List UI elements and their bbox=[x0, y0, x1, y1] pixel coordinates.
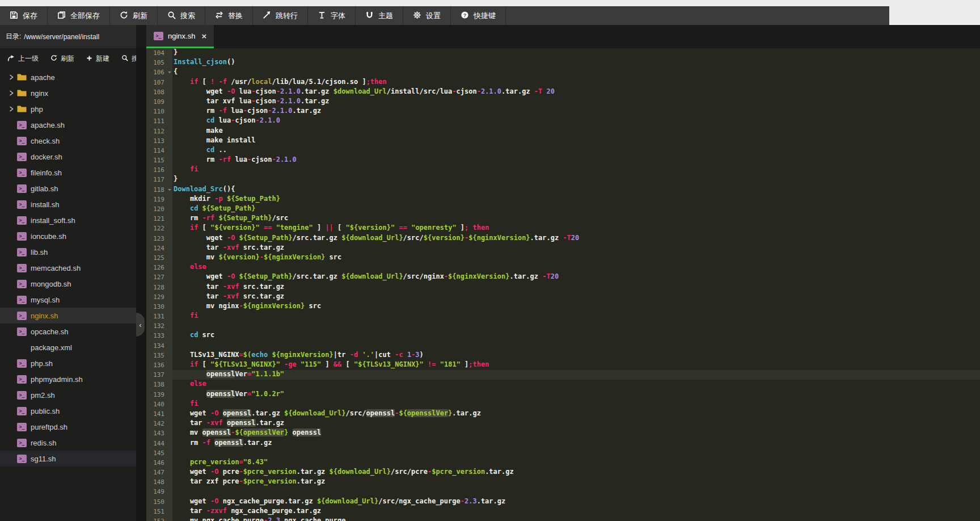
code-line-123[interactable]: 123 wget -O ${Setup_Path}/src.tar.gz ${d… bbox=[146, 234, 980, 243]
code-line-121[interactable]: 121 rm -rf ${Setup_Path}/src bbox=[146, 214, 980, 224]
line-number[interactable]: 105 bbox=[146, 58, 172, 68]
font-button[interactable]: 字体 bbox=[308, 6, 356, 25]
line-number[interactable]: 147 bbox=[146, 468, 172, 477]
line-number[interactable]: 106 bbox=[146, 68, 172, 77]
code-line-144[interactable]: 144 rm -f openssl.tar.gz bbox=[146, 439, 980, 448]
tree-item-opcache-sh[interactable]: >_opcache.sh bbox=[0, 323, 136, 339]
line-number[interactable]: 143 bbox=[146, 428, 172, 438]
new-file-button[interactable]: 新建 bbox=[86, 54, 109, 64]
code-line-130[interactable]: 130 mv nginx-${nginxVersion} src bbox=[146, 302, 980, 312]
tree-item-phpmyadmin-sh[interactable]: >_phpmyadmin.sh bbox=[0, 371, 136, 387]
search-button[interactable]: 搜索 bbox=[158, 6, 205, 25]
fold-arrow-icon[interactable] bbox=[168, 72, 171, 75]
code-line-107[interactable]: 107 if [ ! -f /usr/local/lib/lua/5.1/cjs… bbox=[146, 78, 980, 87]
code-line-128[interactable]: 128 tar -xvf src.tar.gz bbox=[146, 283, 980, 292]
line-number[interactable]: 118 bbox=[146, 185, 172, 195]
goto-line-button[interactable]: 跳转行 bbox=[253, 6, 308, 25]
line-number[interactable]: 148 bbox=[146, 477, 172, 487]
code-line-151[interactable]: 151 tar -zxvf ngx_cache_purge.tar.gz bbox=[146, 507, 980, 516]
code-line-124[interactable]: 124 tar -xvf src.tar.gz bbox=[146, 243, 980, 253]
code-line-140[interactable]: 140 fi bbox=[146, 400, 980, 409]
line-number[interactable]: 120 bbox=[146, 204, 172, 214]
tree-item-pureftpd-sh[interactable]: >_pureftpd.sh bbox=[0, 419, 136, 435]
tree-item-lib-sh[interactable]: >_lib.sh bbox=[0, 244, 136, 260]
code-line-145[interactable]: 145 bbox=[146, 448, 980, 458]
settings-button[interactable]: 设置 bbox=[403, 6, 451, 25]
line-number[interactable]: 122 bbox=[146, 224, 172, 233]
line-number[interactable]: 128 bbox=[146, 283, 172, 292]
line-number[interactable]: 149 bbox=[146, 487, 172, 497]
line-number[interactable]: 123 bbox=[146, 234, 172, 243]
code-line-152[interactable]: 152 mv ngx_cache_purge-2.3 ngx_cache_pur… bbox=[146, 516, 980, 521]
line-number[interactable]: 150 bbox=[146, 497, 172, 507]
tree-item-public-sh[interactable]: >_public.sh bbox=[0, 403, 136, 419]
line-number[interactable]: 130 bbox=[146, 302, 172, 312]
code-line-138[interactable]: 138 else bbox=[146, 380, 980, 389]
code-line-134[interactable]: 134 bbox=[146, 341, 980, 351]
code-line-141[interactable]: 141 wget -O openssl.tar.gz ${download_Ur… bbox=[146, 409, 980, 419]
tree-item-apache[interactable]: apache bbox=[0, 69, 136, 85]
code-line-131[interactable]: 131 fi bbox=[146, 312, 980, 321]
line-number[interactable]: 135 bbox=[146, 351, 172, 360]
code-line-143[interactable]: 143 mv openssl-${opensslVer} openssl bbox=[146, 428, 980, 438]
tree-item-php-sh[interactable]: >_php.sh bbox=[0, 355, 136, 371]
code-line-150[interactable]: 150 wget -O ngx_cache_purge.tar.gz ${dow… bbox=[146, 497, 980, 507]
code-line-111[interactable]: 111 cd lua-cjson-2.1.0 bbox=[146, 116, 980, 126]
line-number[interactable]: 144 bbox=[146, 439, 172, 448]
up-level-button[interactable]: 上一级 bbox=[7, 54, 39, 64]
line-number[interactable]: 131 bbox=[146, 312, 172, 321]
code-line-126[interactable]: 126 else bbox=[146, 263, 980, 272]
tree-item-package-xml[interactable]: package.xml bbox=[0, 339, 136, 355]
code-line-118[interactable]: 118Download_Src(){ bbox=[146, 185, 980, 195]
line-number[interactable]: 124 bbox=[146, 243, 172, 253]
code-line-112[interactable]: 112 make bbox=[146, 127, 980, 136]
line-number[interactable]: 145 bbox=[146, 448, 172, 458]
line-number[interactable]: 107 bbox=[146, 78, 172, 87]
tree-item-docker-sh[interactable]: >_docker.sh bbox=[0, 149, 136, 165]
tree-item-gitlab-sh[interactable]: >_gitlab.sh bbox=[0, 180, 136, 196]
line-number[interactable]: 125 bbox=[146, 253, 172, 263]
line-number[interactable]: 110 bbox=[146, 107, 172, 116]
code-line-108[interactable]: 108 wget -O lua-cjson-2.1.0.tar.gz $down… bbox=[146, 87, 980, 97]
tree-item-apache-sh[interactable]: >_apache.sh bbox=[0, 117, 136, 133]
tree-item-redis-sh[interactable]: >_redis.sh bbox=[0, 435, 136, 451]
line-number[interactable]: 113 bbox=[146, 136, 172, 146]
tree-item-mysql-sh[interactable]: >_mysql.sh bbox=[0, 292, 136, 308]
code-line-105[interactable]: 105Install_cjson() bbox=[146, 58, 980, 68]
sidebar-search-button[interactable]: 搜索 bbox=[121, 54, 136, 64]
line-number[interactable]: 116 bbox=[146, 165, 172, 175]
line-number[interactable]: 133 bbox=[146, 331, 172, 341]
code-line-125[interactable]: 125 mv ${version}-${nginxVersion} src bbox=[146, 253, 980, 263]
code-line-147[interactable]: 147 wget -O pcre-$pcre_version.tar.gz ${… bbox=[146, 468, 980, 477]
code-line-119[interactable]: 119 mkdir -p ${Setup_Path} bbox=[146, 195, 980, 204]
code-line-132[interactable]: 132 bbox=[146, 321, 980, 331]
fold-arrow-icon[interactable] bbox=[168, 189, 171, 192]
line-number[interactable]: 142 bbox=[146, 419, 172, 428]
tree-item-install-soft-sh[interactable]: >_install_soft.sh bbox=[0, 212, 136, 228]
code-line-136[interactable]: 136 if [ "${TLSv13_NGINX}" -ge "115" ] &… bbox=[146, 360, 980, 370]
code-line-106[interactable]: 106{ bbox=[146, 68, 980, 77]
line-number[interactable]: 138 bbox=[146, 380, 172, 389]
code-line-116[interactable]: 116 fi bbox=[146, 165, 980, 175]
replace-button[interactable]: 替换 bbox=[205, 6, 253, 25]
line-number[interactable]: 140 bbox=[146, 400, 172, 409]
save-all-button[interactable]: 全部保存 bbox=[48, 6, 110, 25]
line-number[interactable]: 111 bbox=[146, 116, 172, 126]
line-number[interactable]: 119 bbox=[146, 195, 172, 204]
code-line-137[interactable]: 137 opensslVer="1.1.1b" bbox=[146, 370, 980, 380]
tree-item-nginx-sh[interactable]: >_nginx.sh bbox=[0, 308, 136, 323]
line-number[interactable]: 129 bbox=[146, 292, 172, 302]
code-line-109[interactable]: 109 tar xvf lua-cjson-2.1.0.tar.gz bbox=[146, 97, 980, 107]
close-tab-icon[interactable]: × bbox=[201, 32, 206, 40]
line-number[interactable]: 121 bbox=[146, 214, 172, 224]
tree-item-memcached-sh[interactable]: >_memcached.sh bbox=[0, 260, 136, 276]
refresh-button[interactable]: 刷新 bbox=[110, 6, 158, 25]
tree-item-install-sh[interactable]: >_install.sh bbox=[0, 196, 136, 212]
code-line-133[interactable]: 133 cd src bbox=[146, 331, 980, 341]
line-number[interactable]: 114 bbox=[146, 146, 172, 156]
code-line-149[interactable]: 149 bbox=[146, 487, 980, 497]
code-line-120[interactable]: 120 cd ${Setup_Path} bbox=[146, 204, 980, 214]
tree-item-sg11-sh[interactable]: >_sg11.sh bbox=[0, 451, 136, 467]
line-number[interactable]: 136 bbox=[146, 360, 172, 370]
tree-item-ioncube-sh[interactable]: >_ioncube.sh bbox=[0, 228, 136, 244]
